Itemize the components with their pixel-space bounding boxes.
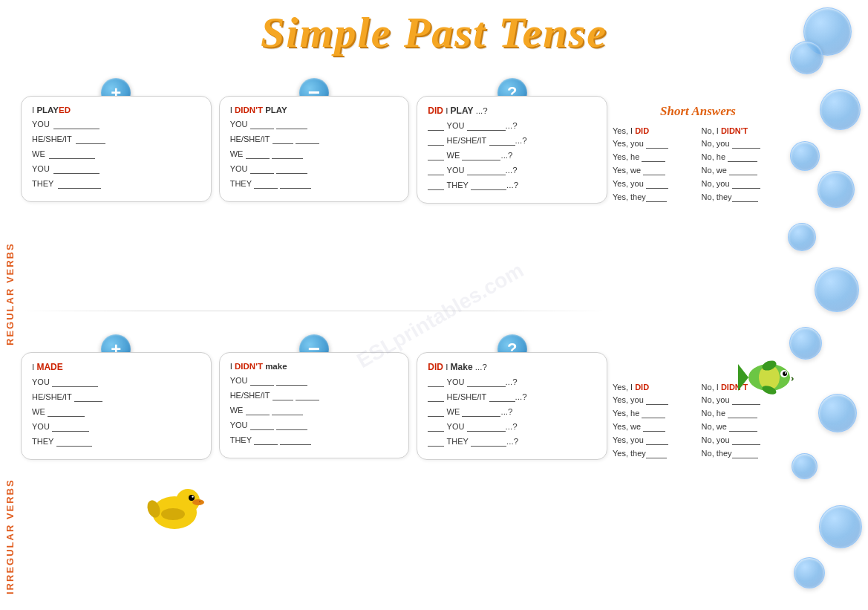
sa-row-2: Yes, you No, you	[609, 139, 787, 149]
reg-neg-line-3: He/She/It	[230, 134, 399, 144]
irr-q-line-6: They ...?	[428, 437, 596, 447]
reg-q-line-2: You ...?	[428, 121, 596, 131]
reg-q-line-6: They ...?	[428, 181, 596, 190]
sa-row-6: Yes, they No, they	[609, 192, 787, 202]
irr-neg-line-4: We	[230, 406, 399, 415]
irr-neg-line-2: You	[230, 376, 399, 386]
bubble-6	[815, 267, 859, 312]
main-title: Simple Past Tense	[0, 0, 868, 57]
fish-decoration	[738, 349, 801, 401]
irregular-question-wrapper: ? DID I Make ...? You ...? He/She/It ...…	[417, 334, 607, 460]
irr-pos-line-2: You	[32, 377, 200, 387]
irr-q-line-2: You ...?	[428, 377, 596, 387]
bubble-5	[788, 223, 816, 251]
reg-q-line-1: DID I PLAY ...?	[428, 106, 596, 116]
reg-neg-line-5: You	[230, 164, 399, 174]
regular-cards-row: + I played You He/She/It We You They − I…	[21, 78, 607, 204]
irr-pos-line-6: They	[32, 437, 200, 447]
bubble-8	[818, 394, 857, 432]
regular-negative-card: I DIDN'T PLAY You He/She/It We You They	[219, 96, 410, 202]
irregular-cards-row: + I MADE You He/She/It We You They − I D…	[21, 334, 607, 460]
side-label-irregular: Irregular Verbs	[4, 364, 16, 594]
bubble-9	[792, 453, 818, 479]
reg-q-line-5: You ...?	[428, 166, 596, 175]
irr-q-line-4: We ...?	[428, 407, 596, 417]
svg-point-13	[199, 501, 200, 502]
short-answers-title: Short Answers	[616, 104, 780, 119]
irr-pos-line-3: He/She/It	[32, 392, 200, 402]
reg-pos-line-1: I played	[32, 106, 200, 114]
reg-pos-line-2: You	[32, 120, 200, 129]
irr-neg-line-6: They	[230, 435, 399, 445]
irr-pos-line-1: I MADE	[32, 362, 200, 372]
svg-point-15	[161, 508, 185, 520]
regular-negative-wrapper: − I DIDN'T PLAY You He/She/It We You The…	[219, 78, 410, 204]
sa-row-3: Yes, he No, he	[609, 152, 787, 162]
irr-neg-line-3: He/She/It	[230, 391, 399, 400]
section-divider	[21, 311, 607, 311]
irr-sa-row-5: Yes, you No, you	[609, 435, 787, 445]
svg-point-5	[785, 372, 786, 374]
bubble-3	[790, 141, 820, 171]
reg-neg-line-6: They	[230, 179, 399, 189]
irr-q-line-3: He/She/It ...?	[428, 392, 596, 402]
svg-point-10	[189, 495, 195, 501]
reg-pos-line-6: They	[32, 179, 200, 189]
page: Simple Past Tense Regular Verbs Irregula…	[0, 0, 868, 610]
irregular-negative-wrapper: − I DIDN'T make You He/She/It We You The…	[219, 334, 410, 460]
fish-svg	[738, 349, 801, 401]
irr-q-line-5: You ...?	[428, 422, 596, 432]
side-label-regular: Regular Verbs	[4, 115, 16, 345]
irregular-positive-card: I MADE You He/She/It We You They	[21, 352, 212, 460]
irr-neg-line-1: I DIDN'T make	[230, 362, 399, 371]
irr-q-line-1: DID I Make ...?	[428, 362, 596, 372]
regular-positive-card: I played You He/She/It We You They	[21, 96, 212, 202]
regular-positive-wrapper: + I played You He/She/It We You They	[21, 78, 212, 204]
reg-pos-line-5: You	[32, 164, 200, 174]
bubble-2	[820, 89, 861, 130]
bubble-1	[790, 41, 823, 74]
sa-row-4: Yes, we No, we	[609, 166, 787, 175]
reg-pos-line-3: He/She/It	[32, 134, 200, 144]
irr-pos-line-4: We	[32, 407, 200, 417]
irregular-question-card: DID I Make ...? You ...? He/She/It ...? …	[417, 352, 607, 460]
irregular-positive-wrapper: + I MADE You He/She/It We You They	[21, 334, 212, 460]
bubble-10	[819, 505, 862, 548]
reg-pos-line-4: We	[32, 149, 200, 159]
duck-decoration	[145, 476, 204, 535]
irr-sa-row-4: Yes, we No, we	[609, 422, 787, 432]
reg-q-line-4: We ...?	[428, 151, 596, 160]
svg-point-4	[783, 371, 787, 376]
irr-sa-row-6: Yes, they No, they	[609, 449, 787, 458]
regular-question-card: DID I PLAY ...? You ...? He/She/It ...? …	[417, 96, 607, 204]
reg-q-line-3: He/She/It ...?	[428, 136, 596, 146]
irregular-negative-card: I DIDN'T make You He/She/It We You They	[219, 352, 410, 458]
regular-question-wrapper: ? DID I PLAY ...? You ...? He/She/It ...…	[417, 78, 607, 204]
duck-svg	[145, 476, 204, 535]
sa-row-5: Yes, you No, you	[609, 179, 787, 189]
reg-neg-line-1: I DIDN'T PLAY	[230, 106, 399, 114]
bubble-11	[794, 557, 825, 588]
reg-neg-line-4: We	[230, 149, 399, 159]
bubble-4	[818, 171, 855, 208]
irr-neg-line-5: You	[230, 421, 399, 430]
svg-marker-2	[738, 364, 748, 391]
irr-sa-row-3: Yes, he No, he	[609, 409, 787, 418]
regular-short-answers: Yes, I DID No, I DIDN'T Yes, you No, you…	[609, 126, 787, 206]
reg-neg-line-2: You	[230, 120, 399, 129]
svg-point-11	[192, 496, 193, 497]
svg-point-12	[192, 499, 204, 505]
irr-pos-line-5: You	[32, 422, 200, 432]
sa-row-1: Yes, I DID No, I DIDN'T	[609, 126, 787, 135]
